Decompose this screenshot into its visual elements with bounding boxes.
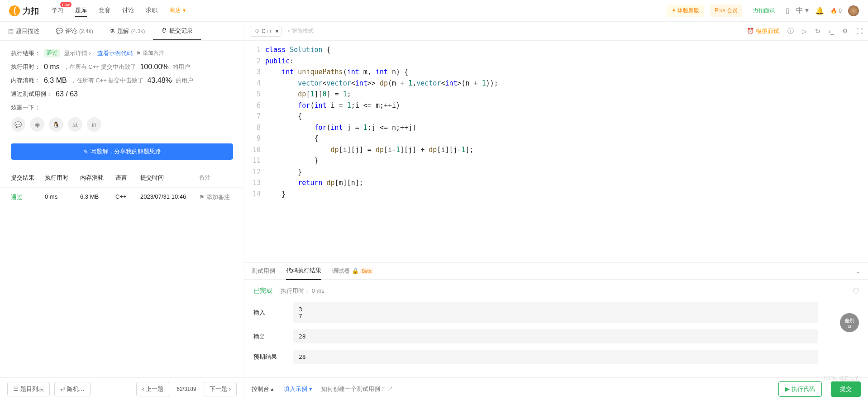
flask-icon: ⚗ — [110, 28, 115, 34]
show-detail-link[interactable]: 显示详情 › — [64, 49, 91, 57]
right-bottom-bar: 控制台 ▴ 填入示例 ▾ 如何创建一个测试用例？ ↗ ▶执行代码 提交 — [244, 377, 868, 400]
alarm-icon: ⏰ — [747, 28, 754, 34]
tab-debugger[interactable]: 调试器 🔒Beta — [332, 262, 373, 280]
wechat-icon[interactable]: 💬 — [11, 117, 25, 132]
douban-icon[interactable]: 豆 — [68, 117, 82, 132]
prev-button[interactable]: ‹上一题 — [136, 382, 169, 396]
left-tab-bar: ▤题目描述 💬评论(2.4k) ⚗题解(4.3k) ⏱提交记录 — [0, 22, 244, 41]
doc-icon: ▤ — [8, 28, 14, 34]
language-select[interactable]: ⚙C++ ▾ — [250, 26, 281, 37]
tab-testcase[interactable]: 测试用例 — [252, 262, 275, 280]
output-tabs: 测试用例 代码执行结果 调试器 🔒Beta ⌄ — [244, 262, 868, 280]
tab-result[interactable]: 代码执行结果 — [286, 262, 321, 280]
console-toggle[interactable]: 控制台 ▴ — [252, 385, 274, 393]
comment-icon: 💬 — [56, 28, 63, 34]
info-icon[interactable]: ⓘ — [853, 287, 859, 295]
fullscreen-icon[interactable]: ⛶ — [856, 28, 863, 35]
list-icon: ☰ — [13, 386, 19, 392]
lang-button[interactable]: 中 ▾ — [796, 6, 809, 15]
nav-contest[interactable]: 竞赛 — [99, 5, 110, 17]
run-button[interactable]: ▶执行代码 — [778, 381, 822, 397]
runtime-value: 0 ms — [44, 63, 60, 71]
logo-icon: ⟨ — [9, 5, 20, 16]
bell-icon[interactable]: 🔔 — [815, 6, 824, 15]
qq-icon[interactable]: 🐧 — [49, 117, 63, 132]
chevron-up-icon: ▴ — [271, 386, 274, 392]
add-note-button[interactable]: ⚑添加备注 — [136, 49, 164, 57]
watermark: CSDN 棉花九子 — [824, 375, 859, 382]
memory-value: 6.3 MB — [44, 76, 67, 85]
output-body: 已完成 执行用时： 0 ms ⓘ 输入 3 7 输出 28 预期结果 28 — [244, 280, 868, 377]
tab-solutions[interactable]: ⚗题解(4.3k) — [101, 22, 153, 40]
runtime-pct: 100.00% — [140, 63, 168, 71]
terminal-icon[interactable]: ›_ — [829, 28, 834, 35]
mobile-icon[interactable]: ▯ — [786, 6, 790, 15]
testcase-label: 通过测试用例： — [11, 90, 52, 98]
exec-time: 执行用时： 0 ms — [281, 287, 324, 295]
code-content[interactable]: class Solution { public: int uniquePaths… — [265, 41, 868, 262]
table-header: 提交结果 执行用时 内存消耗 语言 提交时间 备注 — [0, 168, 244, 187]
tab-comments[interactable]: 💬评论(2.4k) — [48, 22, 101, 40]
status-badge: 通过 — [44, 49, 60, 57]
play-icon[interactable]: ▷ — [802, 28, 807, 35]
table-row[interactable]: 通过 0 ms 6.3 MB C++ 2023/07/31 10:46 ⚑ 添加… — [0, 187, 244, 207]
code-toolbar: ⚙C++ ▾ • 智能模式 ⏰模拟面试 ⓘ ▷ ↻ ›_ ⚙ ⛶ — [244, 22, 868, 41]
nav-study[interactable]: 学习new — [52, 5, 63, 17]
output-value: 28 — [293, 329, 818, 343]
weibo-icon[interactable]: ◉ — [30, 117, 44, 132]
flag-icon: ⚑ — [199, 194, 205, 200]
new-badge: new — [60, 2, 72, 7]
line-numbers: 1234567891011121314 — [244, 41, 265, 262]
streak-count[interactable]: 🔥 0 — [830, 8, 842, 14]
shuffle-button[interactable]: ⇄随机… — [54, 382, 91, 396]
next-button[interactable]: 下一题› — [204, 382, 237, 396]
view-example-link[interactable]: 查看示例代码 — [97, 49, 133, 57]
share-label: 炫耀一下： — [11, 104, 40, 112]
settings-icon[interactable]: ⚙ — [842, 28, 848, 35]
left-bottom-bar: ☰题目列表 ⇄随机… ‹上一题 62/3189 下一题› — [0, 377, 244, 400]
try-new-button[interactable]: ✦ 体验新版 — [667, 5, 704, 17]
clock-icon: ⏱ — [161, 27, 167, 34]
tab-description[interactable]: ▤题目描述 — [0, 22, 48, 40]
nav-discuss[interactable]: 讨论 — [122, 5, 134, 17]
code-editor[interactable]: 1234567891011121314 class Solution { pub… — [244, 41, 868, 262]
input-value: 3 7 — [293, 302, 818, 323]
plus-button[interactable]: Plus 会员 — [710, 5, 742, 17]
submit-button[interactable]: 提交 — [831, 381, 861, 397]
flag-icon: ⚑ — [136, 50, 141, 57]
left-panel: ▤题目描述 💬评论(2.4k) ⚗题解(4.3k) ⏱提交记录 执行结果： 通过… — [0, 22, 244, 400]
lock-icon: 🔒 — [352, 267, 359, 274]
runtime-label: 执行用时： — [11, 63, 40, 71]
diff-float-button[interactable]: 差别⊡ — [840, 313, 859, 332]
avatar[interactable] — [848, 5, 859, 16]
chevron-right-icon: › — [229, 386, 231, 392]
nav-right: ✦ 体验新版 Plus 会员 力扣面试 ▯ 中 ▾ 🔔 🔥 0 — [667, 5, 859, 17]
problem-list-button[interactable]: ☰题目列表 — [7, 382, 50, 396]
how-create-testcase-link[interactable]: 如何创建一个测试用例？ ↗ — [321, 385, 394, 393]
top-nav: ⟨ 力扣 学习new 题库 竞赛 讨论 求职 商店 ▾ ✦ 体验新版 Plus … — [0, 0, 868, 22]
row-add-note[interactable]: ⚑ 添加备注 — [199, 193, 233, 201]
interview-button[interactable]: 力扣面试 — [749, 5, 779, 17]
expand-output-icon[interactable]: ⌄ — [856, 268, 861, 275]
tab-submissions[interactable]: ⏱提交记录 — [153, 22, 201, 40]
exec-result-label: 执行结果： — [11, 49, 40, 57]
fill-example-button[interactable]: 填入示例 ▾ — [284, 385, 312, 393]
logo[interactable]: ⟨ 力扣 — [9, 5, 39, 16]
logo-text: 力扣 — [23, 5, 39, 16]
refresh-icon[interactable]: ↻ — [815, 28, 820, 35]
chevron-left-icon: ‹ — [142, 386, 144, 392]
right-panel: ⚙C++ ▾ • 智能模式 ⏰模拟面试 ⓘ ▷ ↻ ›_ ⚙ ⛶ 1234567… — [244, 22, 868, 400]
info-icon[interactable]: ⓘ — [787, 27, 794, 35]
chevron-down-icon: ▾ — [183, 7, 186, 14]
nav-jobs[interactable]: 求职 — [146, 5, 157, 17]
nav-shop[interactable]: 商店 ▾ — [169, 5, 186, 17]
testcase-value: 63 / 63 — [56, 90, 78, 98]
memory-pct: 43.48% — [147, 76, 172, 85]
expected-label: 预期结果 — [253, 353, 285, 361]
smart-mode-toggle[interactable]: • 智能模式 — [288, 27, 314, 35]
nav-problems[interactable]: 题库 — [75, 5, 87, 17]
shuffle-icon: ⇄ — [60, 386, 65, 392]
linkedin-icon[interactable]: in — [87, 117, 101, 132]
write-solution-button[interactable]: ✎写题解，分享我的解题思路 — [11, 143, 233, 160]
mock-interview-button[interactable]: ⏰模拟面试 — [747, 27, 779, 35]
